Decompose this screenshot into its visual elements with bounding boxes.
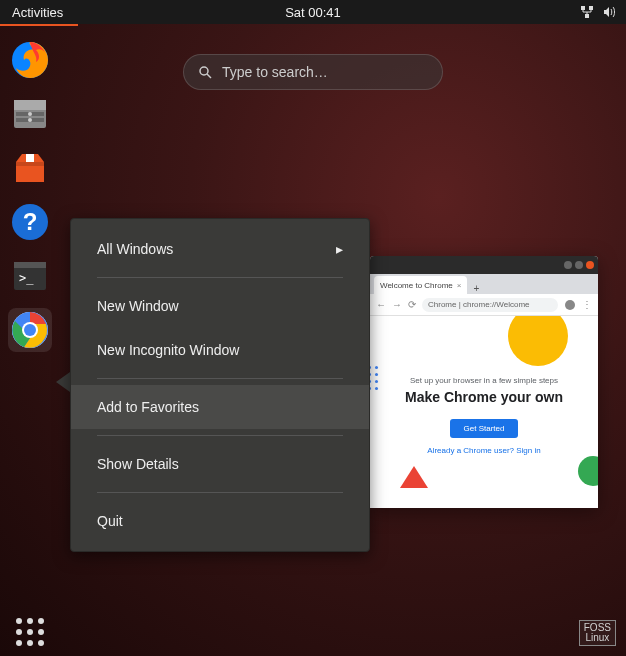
dock-terminal[interactable]: >_: [8, 254, 52, 298]
menu-add-favorites[interactable]: Add to Favorites: [71, 385, 369, 429]
menu-label: Add to Favorites: [97, 399, 199, 415]
volume-icon[interactable]: [602, 5, 616, 19]
dock-help[interactable]: ?: [8, 200, 52, 244]
svg-rect-17: [26, 154, 34, 162]
decoration-circle-yellow: [508, 316, 568, 366]
menu-divider: [97, 492, 343, 493]
decoration-circle-green: [578, 456, 598, 486]
svg-point-26: [24, 324, 36, 336]
show-applications[interactable]: [8, 610, 52, 654]
dock-chrome[interactable]: [8, 308, 52, 352]
submenu-arrow-icon: ▸: [336, 241, 343, 257]
svg-line-8: [207, 74, 211, 78]
watermark-line2: Linux: [585, 633, 609, 643]
svg-point-7: [200, 67, 208, 75]
svg-rect-1: [585, 14, 589, 18]
menu-label: New Incognito Window: [97, 342, 239, 358]
nav-forward-icon: →: [392, 299, 402, 310]
nav-back-icon[interactable]: ←: [376, 299, 386, 310]
window-titlebar[interactable]: [370, 256, 598, 274]
svg-text:>_: >_: [19, 271, 34, 285]
svg-rect-11: [14, 100, 46, 110]
menu-label: New Window: [97, 298, 179, 314]
menu-new-incognito[interactable]: New Incognito Window: [71, 328, 369, 372]
svg-rect-2: [589, 6, 593, 10]
menu-quit[interactable]: Quit: [71, 499, 369, 543]
top-bar: Activities Sat 00:41: [0, 0, 626, 24]
dock-files[interactable]: [8, 92, 52, 136]
network-icon[interactable]: [580, 5, 594, 19]
welcome-heading: Make Chrome your own: [380, 389, 588, 405]
search-icon: [198, 65, 212, 79]
welcome-subtitle: Set up your browser in a few simple step…: [380, 376, 588, 385]
browser-toolbar: ← → ⟳ Chrome | chrome://Welcome ⋮: [370, 294, 598, 316]
dock-software-center[interactable]: [8, 146, 52, 190]
context-menu-pointer: [56, 372, 70, 392]
menu-label: Show Details: [97, 456, 179, 472]
menu-divider: [97, 435, 343, 436]
dock-firefox[interactable]: [8, 38, 52, 82]
signin-link[interactable]: Already a Chrome user? Sign in: [380, 446, 588, 455]
dock: ? >_: [2, 26, 58, 654]
search-placeholder: Type to search…: [222, 64, 328, 80]
svg-point-15: [28, 118, 32, 122]
menu-new-window[interactable]: New Window: [71, 284, 369, 328]
watermark: FOSS Linux: [579, 620, 616, 646]
profile-icon[interactable]: [564, 299, 576, 311]
decoration-triangle-red: [400, 466, 428, 488]
address-bar[interactable]: Chrome | chrome://Welcome: [422, 298, 558, 312]
decoration-dots: [370, 366, 388, 406]
get-started-button[interactable]: Get Started: [450, 419, 519, 438]
menu-divider: [97, 277, 343, 278]
svg-point-27: [565, 300, 575, 310]
address-text: Chrome | chrome://Welcome: [428, 300, 530, 309]
svg-rect-21: [14, 262, 46, 268]
window-minimize-icon[interactable]: [564, 261, 572, 269]
context-menu: All Windows ▸ New Window New Incognito W…: [70, 218, 370, 552]
menu-divider: [97, 378, 343, 379]
chrome-window[interactable]: Welcome to Chrome × + ← → ⟳ Chrome | chr…: [370, 256, 598, 508]
activities-button[interactable]: Activities: [0, 5, 75, 20]
svg-rect-16: [16, 162, 44, 166]
system-tray[interactable]: [580, 5, 626, 19]
browser-tab-strip: Welcome to Chrome × +: [370, 274, 598, 294]
svg-text:?: ?: [23, 208, 38, 235]
window-maximize-icon[interactable]: [575, 261, 583, 269]
svg-point-14: [28, 112, 32, 116]
svg-rect-0: [581, 6, 585, 10]
menu-show-details[interactable]: Show Details: [71, 442, 369, 486]
search-bar[interactable]: Type to search…: [183, 54, 443, 90]
apps-grid-icon: [8, 610, 52, 654]
window-close-icon[interactable]: [586, 261, 594, 269]
menu-icon[interactable]: ⋮: [582, 299, 592, 310]
browser-tab[interactable]: Welcome to Chrome ×: [374, 276, 467, 294]
browser-tab-label: Welcome to Chrome: [380, 281, 453, 290]
tab-close-icon[interactable]: ×: [457, 281, 462, 290]
clock[interactable]: Sat 00:41: [285, 5, 341, 20]
menu-all-windows[interactable]: All Windows ▸: [71, 227, 369, 271]
menu-label: Quit: [97, 513, 123, 529]
nav-reload-icon[interactable]: ⟳: [408, 299, 416, 310]
browser-viewport: Set up your browser in a few simple step…: [370, 316, 598, 508]
menu-label: All Windows: [97, 241, 173, 257]
new-tab-icon[interactable]: +: [467, 283, 485, 294]
